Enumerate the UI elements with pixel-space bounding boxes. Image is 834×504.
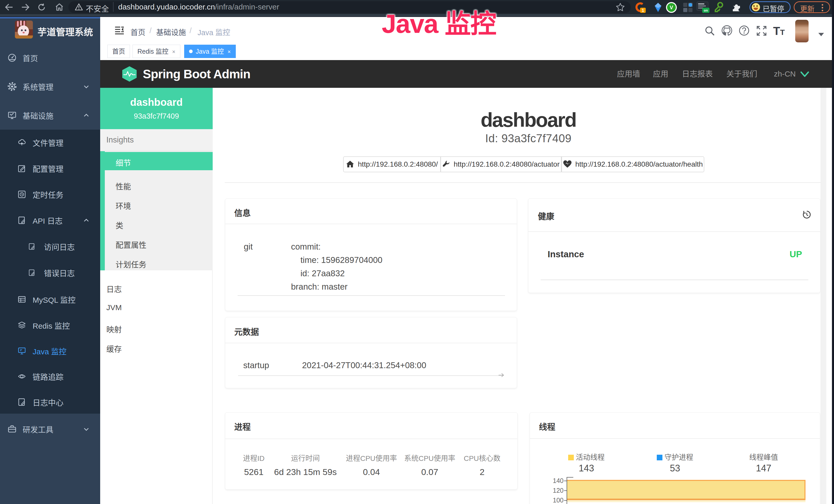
svg-text:1: 1 [642,8,644,13]
svg-text:on: on [704,8,708,12]
svg-text:V: V [670,5,673,10]
